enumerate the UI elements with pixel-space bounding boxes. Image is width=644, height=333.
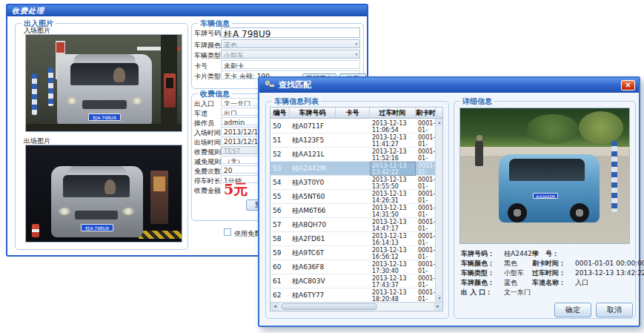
road bbox=[26, 124, 182, 131]
column-header-1[interactable]: 车牌号码 bbox=[290, 108, 336, 119]
table-body: 50桂A0711F2013-12-1311:06:540001-01-00:00… bbox=[270, 119, 435, 302]
field-input[interactable]: 桂A 798U9 bbox=[221, 27, 360, 38]
vehicle-table: 编号车牌号码卡号过车时间刷卡时▴ 50桂A0711F2013-12-1311:0… bbox=[270, 107, 443, 311]
table-header: 编号车牌号码卡号过车时间刷卡时▴ bbox=[270, 108, 442, 119]
field-row-0: 车牌号码桂A 798U9 bbox=[194, 27, 362, 39]
cell bbox=[336, 190, 370, 204]
cell: 桂A6TY77 bbox=[290, 289, 336, 303]
cell: 桂A123F5 bbox=[290, 133, 336, 148]
detail-field-label: 车牌颜色： bbox=[461, 278, 504, 288]
traffic-cone bbox=[32, 224, 39, 237]
scroll-down-icon[interactable]: ▾ bbox=[436, 294, 443, 302]
pedestrian bbox=[475, 141, 483, 166]
field-input[interactable]: 未刷卡 bbox=[221, 60, 360, 69]
detail-field-value: 入口 bbox=[575, 279, 588, 286]
main-window-titlebar[interactable]: 收费处理 bbox=[7, 5, 367, 16]
column-header-0[interactable]: 编号 bbox=[270, 108, 290, 119]
car-graphic: 桂A·798U9 bbox=[51, 166, 143, 237]
table-row[interactable]: 52桂AA121L2013-12-1311:52:160001-01-00:00… bbox=[270, 148, 436, 162]
table-row[interactable]: 50桂A0711F2013-12-1311:06:540001-01-00:00… bbox=[270, 119, 436, 133]
car-graphic: 桂A·798U9 bbox=[57, 54, 152, 127]
detail-field-value: 小型车 bbox=[504, 269, 524, 277]
hazard-strip bbox=[139, 231, 182, 239]
cell: 桂AM6T66 bbox=[290, 204, 336, 218]
scroll-right-icon[interactable]: ▸ bbox=[434, 303, 442, 311]
vehicle-fields: 车牌号码桂A 798U9车牌颜色蓝色▾车辆类型小型车▾卡号未刷卡卡片类型无卡 余… bbox=[194, 27, 362, 81]
scroll-up-icon[interactable]: ▴ bbox=[436, 119, 443, 126]
column-header-3[interactable]: 过车时间 bbox=[370, 108, 416, 119]
cell: 61 bbox=[270, 274, 290, 289]
cell: 62 bbox=[270, 289, 290, 303]
detail-field-value: 文一东门 bbox=[504, 289, 531, 296]
horizontal-scrollbar[interactable]: ◂ ▸ bbox=[270, 302, 442, 311]
cell bbox=[336, 162, 370, 176]
toll-machine bbox=[150, 171, 168, 224]
table-row[interactable]: 55桂A5NT602013-12-1314:26:310001-01-00:00… bbox=[270, 190, 436, 204]
cell bbox=[336, 260, 370, 274]
table-row[interactable]: 62桂A6TY772013-12-1318:20:480001-01-00:00… bbox=[270, 289, 436, 303]
cell: 0001-01-00:00:00 bbox=[416, 289, 436, 303]
fee-amount-value: 5元 bbox=[224, 180, 248, 200]
detail-field: 刷卡时间：0001-01-01 00:00:00 bbox=[532, 259, 644, 268]
cell: 0001-01-00:00:00 bbox=[416, 176, 436, 190]
cell: 2013-12-1311:52:16 bbox=[370, 148, 416, 162]
detail-field: 过车时间：2013-12-13 13:42:22 bbox=[532, 268, 644, 278]
vertical-scrollbar[interactable]: ▴ ▾ bbox=[435, 119, 442, 302]
table-row[interactable]: 57桂A8QH702013-12-1314:47:170001-01-00:00… bbox=[270, 218, 436, 232]
scrollbar-thumb[interactable] bbox=[281, 303, 377, 310]
cell: 2013-12-1314:26:31 bbox=[370, 190, 416, 204]
table-row[interactable]: 60桂A636F82013-12-1317:30:400001-01-00:00… bbox=[270, 260, 436, 274]
use-free-count-checkbox[interactable] bbox=[224, 228, 231, 236]
close-icon[interactable]: × bbox=[621, 80, 635, 90]
cell: 57 bbox=[270, 218, 290, 232]
entry-plate: 桂A·798U9 bbox=[88, 113, 121, 121]
cell: 56 bbox=[270, 204, 290, 218]
field-label: 卡片类型 bbox=[194, 72, 221, 82]
key-icon bbox=[265, 80, 274, 90]
cell: 0001-01-00:00:00 bbox=[416, 190, 436, 204]
column-header-2[interactable]: 卡号 bbox=[336, 108, 370, 119]
table-row[interactable]: 61桂AC803V2013-12-1317:43:370001-01-00:00… bbox=[270, 274, 436, 289]
field-row-3: 卡号未刷卡 bbox=[194, 60, 362, 70]
cell: 55 bbox=[270, 190, 290, 204]
detail-field: 车牌号码：桂A2442M bbox=[461, 249, 538, 259]
detail-group-label: 详细信息 bbox=[460, 96, 494, 107]
cancel-button[interactable]: 取消 bbox=[596, 303, 633, 317]
field-input[interactable]: 小型车▾ bbox=[221, 50, 360, 59]
lane-pole bbox=[48, 67, 53, 106]
chevron-down-icon: ▾ bbox=[355, 51, 358, 58]
table-row[interactable]: 59桂A9TC6T2013-12-1316:56:120001-01-00:00… bbox=[270, 246, 436, 260]
cell: 59 bbox=[270, 246, 290, 260]
cell: 2013-12-1316:56:12 bbox=[370, 246, 416, 260]
dialog-title: 查找匹配 bbox=[279, 80, 311, 90]
detail-field-label: 卡 号： bbox=[532, 249, 575, 259]
cell: 桂A636F8 bbox=[290, 260, 336, 274]
field-row-2: 车辆类型小型车▾ bbox=[194, 50, 362, 59]
field-input[interactable]: 蓝色▾ bbox=[221, 39, 360, 48]
detail-field: 出 入 口：文一东门 bbox=[461, 288, 531, 297]
cell: 0001-01-00:00:00 bbox=[416, 119, 436, 133]
scroll-left-icon[interactable]: ◂ bbox=[270, 303, 279, 311]
cell bbox=[336, 148, 370, 162]
cell: 桂AA121L bbox=[290, 148, 336, 162]
cell: 0001-01-00:00:00 bbox=[416, 246, 436, 260]
car-graphic: 桂A2442M bbox=[499, 154, 600, 222]
cell: 桂A9TC6T bbox=[290, 246, 336, 260]
cell: 2013-12-1314:47:17 bbox=[370, 218, 416, 232]
chevron-down-icon: ▾ bbox=[355, 41, 358, 47]
field-label: 车牌号码 bbox=[194, 29, 221, 39]
ok-button[interactable]: 确定 bbox=[554, 303, 591, 317]
table-row[interactable]: 51桂A123F52013-12-1311:41:270001-01-00:00… bbox=[270, 133, 436, 148]
detail-field-label: 车辆颜色： bbox=[461, 259, 504, 268]
cell: 2013-12-1317:30:40 bbox=[370, 260, 416, 274]
table-row[interactable]: 56桂AM6T662013-12-1314:31:500001-01-00:00… bbox=[270, 204, 436, 218]
detail-field-label: 出 入 口： bbox=[461, 288, 504, 297]
cell: 60 bbox=[270, 260, 290, 274]
dialog-titlebar[interactable]: 查找匹配 × bbox=[259, 78, 639, 93]
table-row[interactable]: 54桂A3T0Y02013-12-1313:55:500001-01-00:00… bbox=[270, 176, 436, 190]
column-header-4[interactable]: 刷卡时▴ bbox=[416, 108, 436, 119]
table-row[interactable]: 58桂A2FD612013-12-1316:14:130001-01-00:00… bbox=[270, 232, 436, 246]
cell: 桂AC803V bbox=[290, 274, 336, 289]
lane-pole bbox=[32, 73, 37, 115]
table-row[interactable]: 53桂A2442M2013-12-1313:42:220001-01-00:00… bbox=[270, 162, 436, 176]
